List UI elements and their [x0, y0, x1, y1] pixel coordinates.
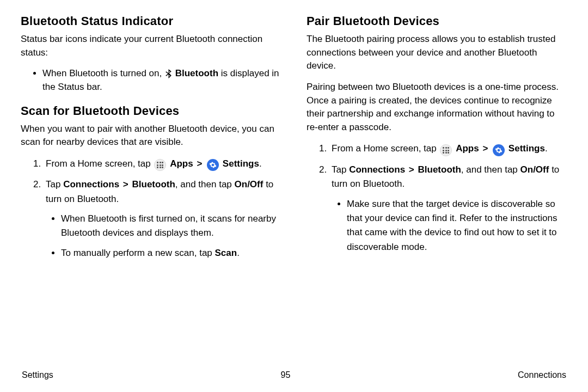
status-bullet-list: When Bluetooth is turned on, Bluetooth i…	[21, 67, 281, 94]
apps-label: Apps	[170, 158, 193, 169]
chevron-right-icon: >	[122, 179, 130, 189]
chevron-right-icon: >	[408, 164, 415, 175]
scan-sub-bullet-1: When Bluetooth is first turned on, it sc…	[61, 212, 281, 241]
step2-mid: , and then tap	[461, 164, 520, 175]
two-column-layout: Bluetooth Status Indicator Status bar ic…	[21, 14, 567, 367]
settings-label: Settings	[223, 158, 259, 169]
scan-step-2: Tap Connections > Bluetooth, and then ta…	[44, 177, 281, 260]
heading-scan-for-bluetooth-devices: Scan for Bluetooth Devices	[21, 104, 281, 118]
step2-pre: Tap	[46, 179, 63, 189]
scan-sub-bullet-2: To manually perform a new scan, tap Scan…	[61, 246, 281, 260]
step1-pre: From a Home screen, tap	[332, 143, 439, 154]
scan-step-2-sublist: When Bluetooth is first turned on, it sc…	[46, 212, 281, 260]
bluetooth-label: Bluetooth	[418, 164, 461, 175]
pair-p1: The Bluetooth pairing process allows you…	[307, 33, 567, 73]
bullet-bold-bluetooth: Bluetooth	[175, 68, 218, 78]
intro-text: Status bar icons indicate your current B…	[21, 33, 281, 59]
step1-pre: From a Home screen, tap	[46, 158, 153, 169]
apps-icon	[440, 144, 452, 156]
pair-step-2-sublist: Make sure that the target device is disc…	[332, 197, 567, 254]
scan-label: Scan	[215, 248, 237, 258]
scan-step-1: From a Home screen, tap Apps > Settings.	[44, 157, 281, 171]
apps-icon	[154, 159, 166, 171]
pair-step-1: From a Home screen, tap Apps > Settings.	[329, 142, 567, 156]
right-column: Pair Bluetooth Devices The Bluetooth pai…	[307, 14, 567, 367]
chevron-right-icon: >	[195, 158, 203, 169]
bluetooth-icon	[164, 69, 173, 78]
onoff-label: On/Off	[520, 164, 549, 175]
bullet-text-pre: When Bluetooth is turned on,	[42, 68, 164, 78]
page-number: 95	[281, 370, 291, 380]
onoff-label: On/Off	[235, 179, 264, 189]
step2-mid: , and then tap	[175, 179, 235, 189]
footer-left: Settings	[22, 370, 53, 380]
section-bluetooth-status-indicator: Bluetooth Status Indicator Status bar ic…	[21, 14, 281, 94]
step2-pre: Tap	[332, 164, 349, 175]
bluetooth-label: Bluetooth	[132, 179, 175, 189]
apps-label: Apps	[456, 143, 479, 154]
pair-sub-bullet-1: Make sure that the target device is disc…	[347, 197, 567, 254]
connections-label: Connections	[349, 164, 405, 175]
step1-post: .	[545, 143, 548, 154]
pair-step-2: Tap Connections > Bluetooth, and then ta…	[329, 163, 567, 254]
sub2-pre: To manually perform a new scan, tap	[61, 248, 215, 258]
connections-label: Connections	[63, 179, 119, 189]
step1-post: .	[259, 158, 262, 169]
section-scan-for-bluetooth-devices: Scan for Bluetooth Devices When you want…	[21, 104, 281, 260]
pair-p2: Pairing between two Bluetooth devices is…	[307, 81, 567, 134]
settings-icon	[493, 144, 505, 156]
section-pair-bluetooth-devices: Pair Bluetooth Devices The Bluetooth pai…	[307, 14, 567, 254]
pair-steps-list: From a Home screen, tap Apps > Settings.…	[307, 142, 567, 254]
footer-right: Connections	[518, 370, 566, 380]
scan-steps-list: From a Home screen, tap Apps > Settings.…	[21, 157, 281, 260]
settings-label: Settings	[509, 143, 545, 154]
left-column: Bluetooth Status Indicator Status bar ic…	[21, 14, 281, 367]
chevron-right-icon: >	[481, 143, 489, 154]
page-footer: Settings 95 Connections	[21, 367, 567, 381]
manual-page: Bluetooth Status Indicator Status bar ic…	[0, 0, 588, 392]
heading-bluetooth-status-indicator: Bluetooth Status Indicator	[21, 14, 281, 28]
heading-pair-bluetooth-devices: Pair Bluetooth Devices	[307, 14, 567, 28]
settings-icon	[207, 159, 219, 171]
status-bullet: When Bluetooth is turned on, Bluetooth i…	[42, 67, 281, 94]
scan-intro-text: When you want to pair with another Bluet…	[21, 122, 281, 149]
sub2-post: .	[237, 248, 240, 258]
